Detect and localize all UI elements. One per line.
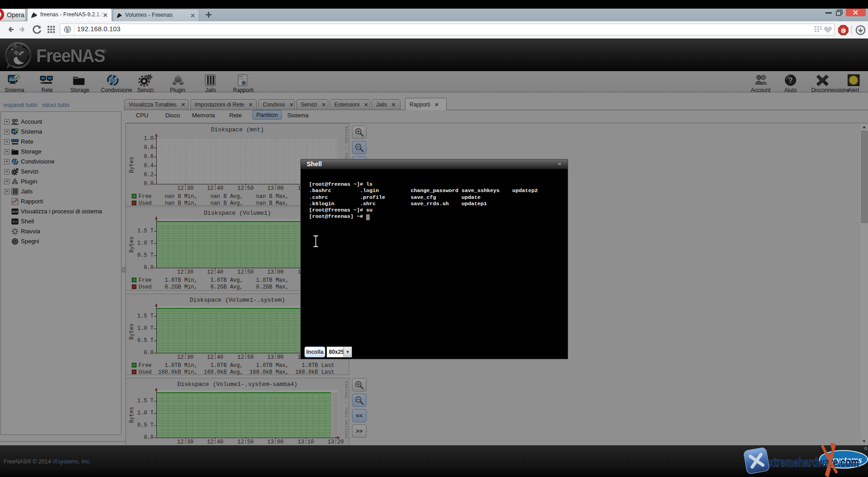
svg-text:xtremehardware.com: xtremehardware.com — [769, 456, 859, 469]
